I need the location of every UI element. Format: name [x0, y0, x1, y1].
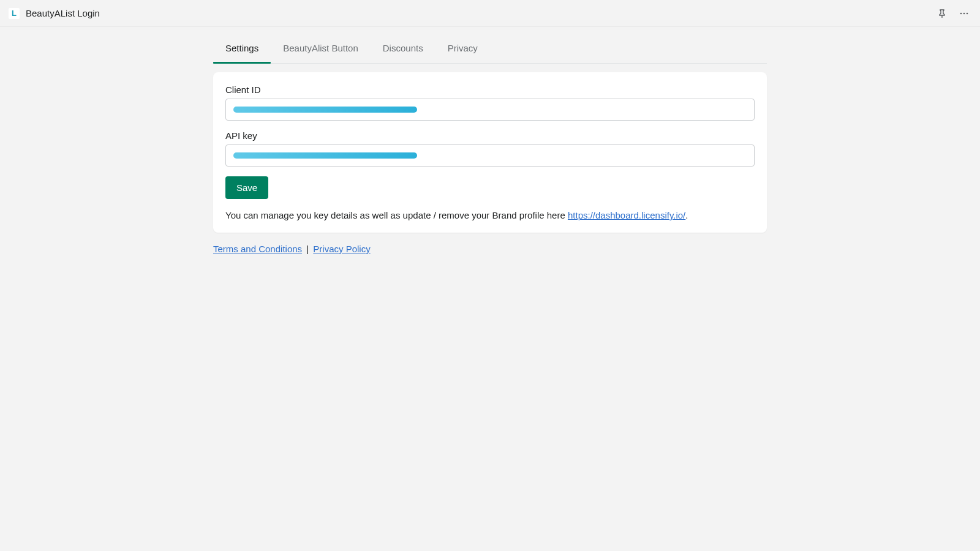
client-id-field: Client ID: [225, 84, 755, 121]
app-title: BeautyAList Login: [26, 8, 100, 18]
topbar-left: L BeautyAList Login: [9, 8, 100, 19]
main-content: Settings BeautyAlist Button Discounts Pr…: [208, 32, 772, 254]
more-icon[interactable]: [957, 6, 971, 21]
footer-links: Terms and Conditions | Privacy Policy: [213, 244, 767, 254]
svg-point-3: [967, 12, 968, 14]
api-key-redacted: [233, 152, 417, 159]
footer-separator: |: [304, 244, 311, 254]
tab-privacy[interactable]: Privacy: [435, 32, 490, 63]
client-id-label: Client ID: [225, 84, 755, 95]
dashboard-link[interactable]: https://dashboard.licensify.io/: [568, 210, 685, 220]
tab-beautyalist-button[interactable]: BeautyAlist Button: [271, 32, 371, 63]
terms-link[interactable]: Terms and Conditions: [213, 244, 302, 254]
api-key-input[interactable]: [225, 144, 755, 167]
pin-icon[interactable]: [935, 6, 949, 21]
tab-discounts[interactable]: Discounts: [371, 32, 435, 63]
api-key-field: API key: [225, 130, 755, 167]
svg-point-1: [960, 12, 962, 14]
help-text: You can manage you key details as well a…: [225, 210, 755, 220]
privacy-policy-link[interactable]: Privacy Policy: [313, 244, 370, 254]
save-button[interactable]: Save: [225, 176, 268, 199]
api-key-label: API key: [225, 130, 755, 141]
client-id-redacted: [233, 107, 417, 113]
client-id-input[interactable]: [225, 99, 755, 121]
tab-settings[interactable]: Settings: [213, 32, 271, 63]
app-icon: L: [9, 8, 20, 19]
topbar-right: [935, 6, 971, 21]
tabs: Settings BeautyAlist Button Discounts Pr…: [213, 32, 767, 64]
help-suffix: .: [685, 210, 688, 220]
settings-card: Client ID API key Save You can manage yo…: [213, 72, 767, 233]
help-prefix: You can manage you key details as well a…: [225, 210, 568, 220]
topbar: L BeautyAList Login: [0, 0, 980, 27]
svg-point-2: [963, 12, 965, 14]
